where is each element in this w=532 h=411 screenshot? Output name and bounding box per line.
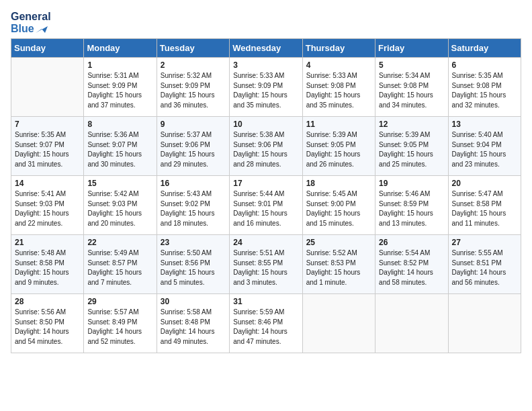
calendar-cell <box>302 294 375 353</box>
day-info: Sunrise: 5:48 AMSunset: 8:58 PMDaylight:… <box>15 248 80 287</box>
calendar-cell: 13Sunrise: 5:40 AMSunset: 9:04 PMDayligh… <box>448 117 521 176</box>
day-number: 15 <box>87 179 152 188</box>
calendar-cell <box>448 294 521 353</box>
calendar-cell: 18Sunrise: 5:45 AMSunset: 9:00 PMDayligh… <box>302 176 375 235</box>
day-number: 29 <box>87 297 152 306</box>
calendar-cell: 16Sunrise: 5:43 AMSunset: 9:02 PMDayligh… <box>157 176 229 235</box>
day-number: 2 <box>161 60 226 70</box>
day-info: Sunrise: 5:36 AMSunset: 9:07 PMDaylight:… <box>87 130 152 169</box>
calendar-cell: 17Sunrise: 5:44 AMSunset: 9:01 PMDayligh… <box>230 176 302 235</box>
calendar-cell: 2Sunrise: 5:32 AMSunset: 9:09 PMDaylight… <box>157 58 229 117</box>
calendar-cell: 30Sunrise: 5:58 AMSunset: 8:48 PMDayligh… <box>157 294 229 353</box>
day-info: Sunrise: 5:46 AMSunset: 8:59 PMDaylight:… <box>379 189 444 228</box>
day-number: 16 <box>161 179 226 188</box>
calendar-cell: 4Sunrise: 5:33 AMSunset: 9:08 PMDaylight… <box>302 58 375 117</box>
day-number: 4 <box>306 60 371 70</box>
day-number: 24 <box>233 238 298 247</box>
day-info: Sunrise: 5:59 AMSunset: 8:46 PMDaylight:… <box>233 308 298 347</box>
day-info: Sunrise: 5:41 AMSunset: 9:03 PMDaylight:… <box>15 189 80 228</box>
calendar-cell: 23Sunrise: 5:50 AMSunset: 8:56 PMDayligh… <box>157 235 229 294</box>
day-info: Sunrise: 5:37 AMSunset: 9:06 PMDaylight:… <box>161 130 226 169</box>
day-info: Sunrise: 5:42 AMSunset: 9:03 PMDaylight:… <box>87 189 152 228</box>
day-info: Sunrise: 5:55 AMSunset: 8:51 PMDaylight:… <box>452 248 517 287</box>
calendar-cell: 10Sunrise: 5:38 AMSunset: 9:06 PMDayligh… <box>230 117 302 176</box>
calendar-cell: 26Sunrise: 5:54 AMSunset: 8:52 PMDayligh… <box>375 235 448 294</box>
day-info: Sunrise: 5:40 AMSunset: 9:04 PMDaylight:… <box>452 130 517 169</box>
day-number: 26 <box>379 238 444 247</box>
day-number: 19 <box>379 179 444 188</box>
day-number: 28 <box>15 297 80 306</box>
logo: General Blue <box>11 11 51 34</box>
day-number: 3 <box>233 60 298 70</box>
day-number: 22 <box>87 238 152 247</box>
calendar-cell: 15Sunrise: 5:42 AMSunset: 9:03 PMDayligh… <box>84 176 157 235</box>
day-number: 6 <box>452 60 517 70</box>
page-header: General Blue <box>11 11 521 34</box>
calendar-cell: 31Sunrise: 5:59 AMSunset: 8:46 PMDayligh… <box>230 294 302 353</box>
calendar-cell: 27Sunrise: 5:55 AMSunset: 8:51 PMDayligh… <box>448 235 521 294</box>
logo-blue: Blue <box>11 23 51 35</box>
day-number: 21 <box>15 238 80 247</box>
day-number: 5 <box>379 60 444 70</box>
day-number: 17 <box>233 179 298 188</box>
day-info: Sunrise: 5:44 AMSunset: 9:01 PMDaylight:… <box>233 189 298 228</box>
day-number: 14 <box>15 179 80 188</box>
day-number: 8 <box>87 120 152 129</box>
calendar-cell: 12Sunrise: 5:39 AMSunset: 9:05 PMDayligh… <box>375 117 448 176</box>
calendar-cell: 8Sunrise: 5:36 AMSunset: 9:07 PMDaylight… <box>84 117 157 176</box>
calendar-table: SundayMondayTuesdayWednesdayThursdayFrid… <box>11 38 521 353</box>
day-number: 13 <box>452 120 517 129</box>
day-info: Sunrise: 5:39 AMSunset: 9:05 PMDaylight:… <box>379 130 444 169</box>
day-info: Sunrise: 5:52 AMSunset: 8:53 PMDaylight:… <box>306 248 371 287</box>
calendar-cell: 24Sunrise: 5:51 AMSunset: 8:55 PMDayligh… <box>230 235 302 294</box>
calendar-cell: 28Sunrise: 5:56 AMSunset: 8:50 PMDayligh… <box>11 294 84 353</box>
day-info: Sunrise: 5:50 AMSunset: 8:56 PMDaylight:… <box>161 248 226 287</box>
calendar-cell: 22Sunrise: 5:49 AMSunset: 8:57 PMDayligh… <box>84 235 157 294</box>
calendar-week-row: 7Sunrise: 5:35 AMSunset: 9:07 PMDaylight… <box>11 117 521 176</box>
day-number: 1 <box>87 60 152 70</box>
calendar-cell: 20Sunrise: 5:47 AMSunset: 8:58 PMDayligh… <box>448 176 521 235</box>
logo-text: General Blue <box>11 11 51 34</box>
day-info: Sunrise: 5:57 AMSunset: 8:49 PMDaylight:… <box>87 308 152 347</box>
logo-general: General <box>11 11 51 23</box>
day-info: Sunrise: 5:39 AMSunset: 9:05 PMDaylight:… <box>306 130 371 169</box>
col-header-monday: Monday <box>84 39 157 58</box>
day-number: 11 <box>306 120 371 129</box>
calendar-cell <box>11 58 84 117</box>
col-header-saturday: Saturday <box>448 39 521 58</box>
day-info: Sunrise: 5:35 AMSunset: 9:08 PMDaylight:… <box>452 71 517 110</box>
calendar-week-row: 28Sunrise: 5:56 AMSunset: 8:50 PMDayligh… <box>11 294 521 353</box>
day-number: 27 <box>452 238 517 247</box>
day-number: 31 <box>233 297 298 306</box>
calendar-cell: 9Sunrise: 5:37 AMSunset: 9:06 PMDaylight… <box>157 117 229 176</box>
day-info: Sunrise: 5:35 AMSunset: 9:07 PMDaylight:… <box>15 130 80 169</box>
calendar-cell: 7Sunrise: 5:35 AMSunset: 9:07 PMDaylight… <box>11 117 84 176</box>
day-number: 25 <box>306 238 371 247</box>
day-info: Sunrise: 5:33 AMSunset: 9:09 PMDaylight:… <box>233 71 298 110</box>
day-info: Sunrise: 5:47 AMSunset: 8:58 PMDaylight:… <box>452 189 517 228</box>
calendar-cell: 21Sunrise: 5:48 AMSunset: 8:58 PMDayligh… <box>11 235 84 294</box>
calendar-week-row: 21Sunrise: 5:48 AMSunset: 8:58 PMDayligh… <box>11 235 521 294</box>
calendar-header-row: SundayMondayTuesdayWednesdayThursdayFrid… <box>11 39 521 58</box>
day-number: 12 <box>379 120 444 129</box>
day-info: Sunrise: 5:31 AMSunset: 9:09 PMDaylight:… <box>87 71 152 110</box>
calendar-cell: 11Sunrise: 5:39 AMSunset: 9:05 PMDayligh… <box>302 117 375 176</box>
day-info: Sunrise: 5:32 AMSunset: 9:09 PMDaylight:… <box>161 71 226 110</box>
day-info: Sunrise: 5:45 AMSunset: 9:00 PMDaylight:… <box>306 189 371 228</box>
day-info: Sunrise: 5:56 AMSunset: 8:50 PMDaylight:… <box>15 308 80 347</box>
day-info: Sunrise: 5:34 AMSunset: 9:08 PMDaylight:… <box>379 71 444 110</box>
day-info: Sunrise: 5:43 AMSunset: 9:02 PMDaylight:… <box>161 189 226 228</box>
calendar-week-row: 1Sunrise: 5:31 AMSunset: 9:09 PMDaylight… <box>11 58 521 117</box>
day-info: Sunrise: 5:58 AMSunset: 8:48 PMDaylight:… <box>161 308 226 347</box>
calendar-cell: 19Sunrise: 5:46 AMSunset: 8:59 PMDayligh… <box>375 176 448 235</box>
calendar-cell <box>375 294 448 353</box>
col-header-sunday: Sunday <box>11 39 84 58</box>
col-header-tuesday: Tuesday <box>157 39 229 58</box>
calendar-cell: 5Sunrise: 5:34 AMSunset: 9:08 PMDaylight… <box>375 58 448 117</box>
day-info: Sunrise: 5:54 AMSunset: 8:52 PMDaylight:… <box>379 248 444 287</box>
day-info: Sunrise: 5:33 AMSunset: 9:08 PMDaylight:… <box>306 71 371 110</box>
col-header-thursday: Thursday <box>302 39 375 58</box>
day-number: 7 <box>15 120 80 129</box>
day-number: 23 <box>161 238 226 247</box>
calendar-cell: 3Sunrise: 5:33 AMSunset: 9:09 PMDaylight… <box>230 58 302 117</box>
